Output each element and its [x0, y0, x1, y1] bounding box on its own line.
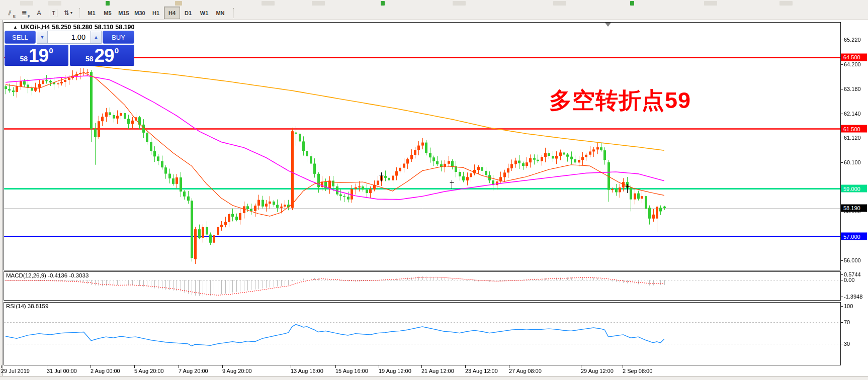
- toolbar-main: ⫽E≣FAT⇅▾ M1M5M15M30H1H4D1W1MN: [0, 6, 868, 20]
- price-badge-59.000: 59.000: [841, 185, 867, 193]
- channel-tool-icon-glyph: ⫽: [9, 9, 12, 17]
- rsi-tick-100: 100: [844, 303, 853, 309]
- price-tick-63.180: 63.180: [844, 86, 861, 92]
- time-label: 29 Jul 2019: [1, 368, 30, 374]
- toolbar-separator: [79, 8, 80, 18]
- price-badge-61.500: 61.500: [841, 125, 867, 133]
- toolbar-fragment-6: [381, 1, 385, 6]
- time-label: 5 Aug 20:00: [134, 368, 164, 374]
- tf-button-M5[interactable]: M5: [100, 7, 116, 19]
- text-tool-icon-glyph: A: [37, 9, 41, 17]
- sell-button[interactable]: SELL: [5, 31, 36, 44]
- mt4-terminal: ⫽E≣FAT⇅▾ M1M5M15M30H1H4D1W1MN ▲UKOil-,H4…: [0, 0, 868, 380]
- low-value: 58.110: [95, 24, 114, 31]
- chart-title: ▲UKOil-,H458.25058.28058.11058.190: [13, 24, 135, 31]
- arrows-tool-icon[interactable]: ⇅▾: [62, 8, 74, 19]
- price-tick-64.200: 64.200: [844, 61, 861, 67]
- text-tool-icon[interactable]: A: [33, 8, 45, 19]
- timeframe-group: M1M5M15M30H1H4D1W1MN: [83, 7, 228, 19]
- price-badge-64.500: 64.500: [841, 53, 867, 61]
- toolbar-row-partial: [0, 0, 868, 6]
- toolbar-fragment-10: [704, 1, 717, 6]
- time-label: 2 Aug 00:00: [91, 368, 120, 374]
- toolbar-fragment-3: [175, 1, 182, 6]
- volume-decrease-button[interactable]: ▼: [37, 31, 48, 44]
- toolbar-fragment-5: [312, 1, 325, 6]
- tf-button-H4[interactable]: H4: [164, 7, 180, 19]
- time-label: 21 Aug 12:00: [421, 368, 454, 374]
- volume-stepper: ▼ ▲: [37, 31, 102, 44]
- toolbar-fragment-7: [453, 1, 466, 6]
- channel-tool-icon[interactable]: ⫽E: [4, 8, 16, 19]
- toolbar-fragment-0: [20, 1, 33, 6]
- time-label: 29 Aug 12:00: [581, 368, 614, 374]
- tf-button-M15[interactable]: M15: [116, 7, 132, 19]
- sell-price-sup: 0: [49, 46, 53, 55]
- price-tick-60.100: 60.100: [844, 159, 861, 165]
- macd-tick--1.3948: -1.3948: [844, 294, 862, 300]
- buy-price-big: 29: [95, 46, 114, 66]
- toolbar-fragment-11: [779, 1, 793, 6]
- toolbar-fragment-8: [553, 1, 566, 6]
- one-click-collapse-icon[interactable]: ▲: [13, 25, 18, 30]
- chart-annotation-text: 多空转折点59: [549, 85, 691, 116]
- time-label: 9 Aug 20:00: [222, 368, 252, 374]
- time-label: 7 Aug 20:00: [179, 368, 208, 374]
- sell-price-big: 19: [29, 46, 48, 66]
- time-label: 31 Jul 00:00: [47, 368, 77, 374]
- rsi-tick-30: 30: [844, 341, 850, 347]
- macd-tick-0.00: 0.00: [844, 277, 854, 283]
- price-tick-56.000: 56.000: [844, 257, 861, 263]
- volume-input[interactable]: [48, 31, 91, 44]
- rsi-indicator-label: RSI(14) 38.8159: [6, 303, 48, 309]
- toolbar-fragment-2: [106, 1, 110, 6]
- tf-button-W1[interactable]: W1: [196, 7, 212, 19]
- tf-button-M1[interactable]: M1: [83, 7, 100, 19]
- label-tool-icon-glyph: T: [50, 10, 57, 17]
- tf-button-MN[interactable]: MN: [212, 7, 228, 19]
- time-label: 19 Aug 12:00: [379, 368, 411, 374]
- toolbar-fragment-4: [262, 1, 275, 6]
- toolbar-fragment-9: [630, 1, 634, 6]
- sell-price-prefix: 58: [20, 55, 28, 63]
- time-label: 13 Aug 16:00: [291, 368, 323, 374]
- time-label: 15 Aug 16:00: [335, 368, 368, 374]
- price-tick-61.120: 61.120: [844, 135, 861, 141]
- macd-indicator-label: MACD(12,26,9) -0.4136 -0.3033: [6, 272, 89, 278]
- price-badge-58.190: 58.190: [841, 204, 867, 212]
- fibonacci-tool-icon[interactable]: ≣F: [18, 8, 31, 19]
- toolbar-separator-2: [233, 8, 234, 18]
- buy-price-prefix: 58: [85, 55, 94, 63]
- sell-price-tile[interactable]: 58 19 0: [5, 45, 68, 66]
- time-label: 23 Aug 12:00: [465, 368, 498, 374]
- arrows-tool-icon-glyph: ⇅: [64, 9, 69, 17]
- toolbar-fragment-1: [48, 1, 61, 6]
- price-badge-57.000: 57.000: [841, 233, 867, 240]
- tf-button-H1[interactable]: H1: [148, 7, 164, 19]
- volume-increase-button[interactable]: ▲: [91, 31, 102, 44]
- price-tick-62.140: 62.140: [844, 111, 861, 117]
- price-tick-65.220: 65.220: [844, 37, 861, 43]
- buy-price-tile[interactable]: 58 29 0: [70, 45, 134, 66]
- tf-button-D1[interactable]: D1: [180, 7, 196, 19]
- close-value: 58.190: [115, 24, 134, 31]
- window-bottom-strip: [0, 376, 868, 380]
- drawing-tools-group: ⫽E≣FAT⇅▾: [0, 8, 74, 19]
- fibonacci-tool-icon-glyph: ≣: [22, 9, 27, 17]
- tf-button-M30[interactable]: M30: [132, 7, 148, 19]
- open-value: 58.250: [52, 24, 71, 31]
- high-value: 58.280: [73, 24, 93, 31]
- rsi-tick-70: 70: [844, 319, 850, 325]
- symbol-period: UKOil-,H4: [21, 24, 50, 31]
- buy-price-sup: 0: [115, 46, 119, 55]
- time-label: 2 Sep 08:00: [623, 368, 652, 374]
- one-click-panel: SELL ▼ ▲ BUY 58 19 0 58 29 0: [5, 31, 134, 66]
- label-tool-icon[interactable]: T: [47, 8, 60, 19]
- time-label: 27 Aug 08:00: [509, 368, 542, 374]
- buy-button[interactable]: BUY: [103, 31, 134, 44]
